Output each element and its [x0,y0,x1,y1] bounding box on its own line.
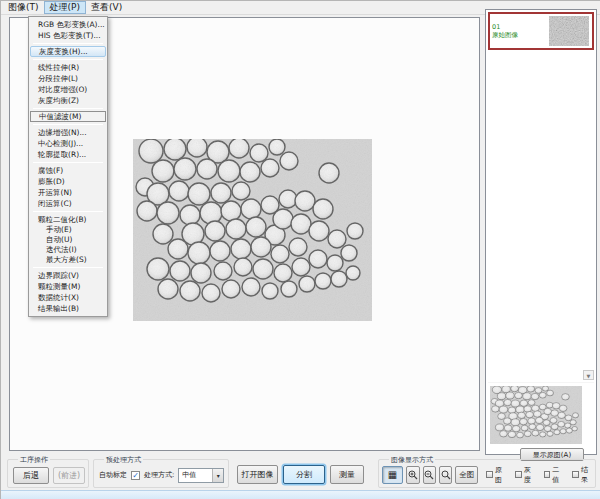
zoom-in-icon [408,470,418,480]
menu-separator [33,162,103,163]
grid-icon: ▦ [388,469,397,480]
menu-item[interactable]: HIS 色彩变换(T)... [30,30,106,41]
group3-label: 图像显示方式 [389,455,435,465]
view-option-icon [486,471,493,478]
app-window: 图像(T) 处理(P) 查看(V) RGB 色彩变换(A)...HIS 色彩变换… [0,0,600,499]
group2-label: 预处理方式 [104,455,143,465]
sidebar-divider [488,382,594,383]
menu-item[interactable]: 迭代法(I) [30,245,106,255]
segment-button[interactable]: 分割 [283,465,325,484]
menu-item[interactable]: 线性拉伸(R) [30,62,106,73]
menu-separator [33,43,103,44]
zoom-out-icon [424,470,434,480]
menu-item[interactable]: 膨胀(D) [30,176,106,187]
menu-item[interactable]: 中值滤波(M) [30,111,106,122]
menu-item[interactable]: 结果输出(B) [30,303,106,314]
menu-item[interactable]: 手动(E) [30,225,106,235]
forward-button[interactable]: (前进) [53,467,85,484]
menu-item[interactable]: 开运算(N) [30,187,106,198]
method-combo-label: 处理方式: [144,470,174,480]
step-item-title: 原始图像 [492,31,547,39]
scroll-down-icon[interactable]: ▼ [583,370,594,380]
view-option[interactable]: 二值 [544,465,566,485]
menu-item[interactable]: 边缘增强(N)... [30,127,106,138]
menu-view[interactable]: 查看(V) [86,1,127,14]
view-option[interactable]: 结果 [572,465,594,485]
step-list-item-selected[interactable]: 01 原始图像 [488,12,594,50]
method-combobox[interactable]: 中值 ▾ [178,468,224,483]
method-combo-value: 中值 [179,470,212,480]
view-option[interactable]: 原图 [486,465,508,485]
menu-item[interactable]: RGB 色彩变换(A)... [30,19,106,30]
preview-thumbnail[interactable] [490,386,582,444]
view-option[interactable]: 灰度 [515,465,537,485]
chevron-down-icon[interactable]: ▾ [212,469,223,482]
step-item-thumbnail [549,16,589,46]
magnifier-icon [441,470,451,480]
menu-item[interactable]: 颗粒测量(M) [30,281,106,292]
step-item-text: 01 原始图像 [490,22,549,40]
menu-separator [33,124,103,125]
menu-item[interactable]: 分段拉伸(L) [30,73,106,84]
menu-item[interactable]: 中心检测(J)... [30,138,106,149]
zoom-fit-button[interactable] [439,466,452,484]
back-button[interactable]: 后退 [13,467,49,484]
measure-button[interactable]: 测量 [330,465,364,484]
menu-item[interactable]: 腐蚀(F) [30,165,106,176]
menu-item[interactable]: 颗粒二值化(B) [30,214,106,225]
menu-item[interactable]: 自动(U) [30,235,106,245]
view-option-label: 灰度 [524,465,537,485]
view-option-label: 二值 [552,465,565,485]
view-option-icon [515,471,522,478]
grid-view-button[interactable]: ▦ [382,466,403,484]
menu-item[interactable]: 轮廓提取(R)... [30,149,106,160]
view-option-label: 原图 [495,465,508,485]
menu-separator [33,59,103,60]
status-bar [1,490,600,499]
zoom-out-button[interactable] [423,466,436,484]
view-option-label: 结果 [581,465,594,485]
display-mode-controls: ▦ 全图 原图灰度二值结果 [382,465,594,484]
menu-process[interactable]: 处理(P) [44,1,86,14]
auto-checkbox[interactable]: ✓ [131,471,140,480]
menu-separator [33,108,103,109]
menu-item[interactable]: 闭运算(C) [30,198,106,209]
menu-separator [33,211,103,212]
dropdown-menu: RGB 色彩变换(A)...HIS 色彩变换(T)...灰度变换(H)...线性… [28,16,108,317]
menu-item[interactable]: 边界跟踪(V) [30,270,106,281]
open-image-button[interactable]: 打开图像 [237,465,278,484]
auto-checkbox-label: 自动标定 [99,470,127,480]
menu-item[interactable]: 灰度均衡(Z) [30,95,106,106]
menu-separator [33,267,103,268]
step-item-index: 01 [492,23,547,31]
zoom-in-button[interactable] [406,466,419,484]
menu-item[interactable]: 数据统计(X) [30,292,106,303]
full-image-button[interactable]: 全图 [455,466,478,484]
menu-item[interactable]: 灰度变换(H)... [30,46,106,57]
preprocess-controls: 自动标定 ✓ 处理方式: 中值 ▾ [99,467,225,483]
micrograph-image[interactable] [133,139,372,321]
view-option-icon [572,471,579,478]
steps-sidebar: 01 原始图像 ▼ 显示原图(A) [485,9,597,455]
menu-item[interactable]: 对比度增强(O) [30,84,106,95]
view-option-icon [544,471,551,478]
group1-label: 工序操作 [18,455,50,465]
view-options: 原图灰度二值结果 [486,465,594,485]
menu-image[interactable]: 图像(T) [3,1,44,14]
menu-item[interactable]: 最大方差(S) [30,255,106,265]
